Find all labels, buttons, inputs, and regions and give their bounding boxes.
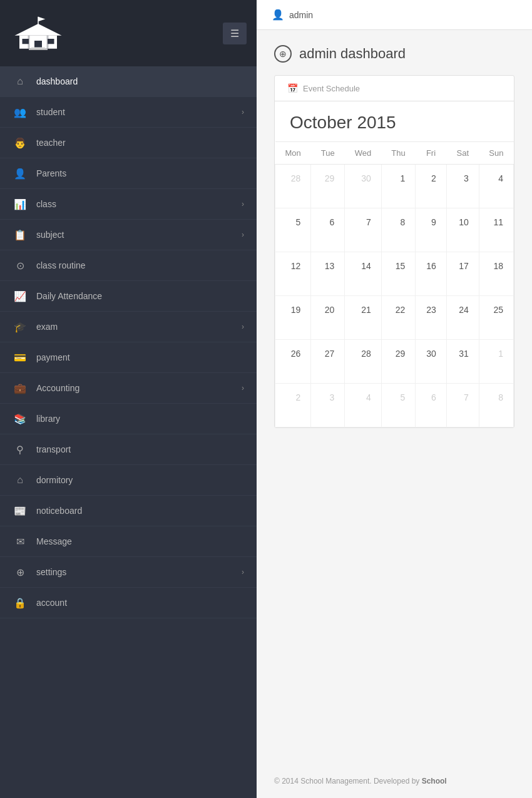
sidebar-item-subject[interactable]: 📋subject› — [0, 220, 257, 250]
calendar-day-cell[interactable]: 4 — [345, 384, 382, 427]
calendar-day-cell[interactable]: 21 — [345, 296, 382, 340]
weekday-wed: Wed — [345, 142, 382, 165]
calendar-day-cell[interactable]: 2 — [275, 384, 311, 427]
calendar-day-cell[interactable]: 3 — [446, 165, 479, 208]
sidebar-item-label-noticeboard: noticeboard — [36, 506, 244, 516]
sidebar-item-dormitory[interactable]: ⌂dormitory — [0, 465, 257, 496]
calendar-day-cell[interactable]: 18 — [479, 252, 513, 296]
calendar-day-cell[interactable]: 16 — [416, 252, 447, 296]
calendar-day-cell[interactable]: 28 — [275, 165, 311, 208]
calendar-day-cell[interactable]: 13 — [311, 252, 345, 296]
calendar-day-cell[interactable]: 1 — [381, 165, 415, 208]
calendar-day-cell[interactable]: 25 — [479, 296, 513, 340]
sidebar-item-library[interactable]: 📚library — [0, 404, 257, 434]
calendar-day-cell[interactable]: 6 — [416, 384, 447, 427]
menu-toggle-button[interactable]: ☰ — [223, 23, 247, 44]
svg-rect-8 — [47, 36, 49, 49]
footer-brand: School — [422, 777, 447, 785]
nav-arrow-icon: › — [242, 230, 244, 239]
dashboard-icon: ⌂ — [13, 75, 28, 88]
settings-icon: ⊕ — [13, 566, 28, 578]
library-icon: 📚 — [13, 412, 28, 425]
svg-rect-6 — [48, 39, 54, 44]
svg-marker-2 — [15, 24, 62, 36]
sidebar-item-daily-attendance[interactable]: 📈Daily Attendance — [0, 281, 257, 312]
sidebar-item-accounting[interactable]: 💼Accounting› — [0, 373, 257, 404]
calendar-icon: 📅 — [287, 83, 298, 93]
nav-arrow-icon: › — [242, 322, 244, 331]
calendar-day-cell[interactable]: 3 — [311, 384, 345, 427]
calendar-day-cell[interactable]: 19 — [275, 296, 311, 340]
sidebar-item-transport[interactable]: ⚲transport — [0, 434, 257, 465]
sidebar-item-noticeboard[interactable]: 📰noticeboard — [0, 496, 257, 526]
calendar-day-cell[interactable]: 4 — [479, 165, 513, 208]
calendar-day-cell[interactable]: 7 — [345, 208, 382, 252]
calendar-day-cell[interactable]: 5 — [381, 384, 415, 427]
calendar-day-cell[interactable]: 6 — [311, 208, 345, 252]
sidebar-item-student[interactable]: 👥student› — [0, 97, 257, 128]
calendar-day-cell[interactable]: 9 — [416, 208, 447, 252]
calendar-day-cell[interactable]: 30 — [345, 165, 382, 208]
nav-arrow-icon: › — [242, 384, 244, 392]
footer-text: © 2014 School Management. Developed by — [274, 777, 422, 785]
username-label: admin — [289, 10, 313, 20]
class-routine-icon: ⊙ — [13, 259, 28, 272]
dormitory-icon: ⌂ — [13, 474, 28, 486]
sidebar-item-account[interactable]: 🔒account — [0, 588, 257, 618]
calendar-day-cell[interactable]: 29 — [311, 165, 345, 208]
sidebar-item-label-transport: transport — [36, 444, 244, 454]
calendar-tab[interactable]: 📅 Event Schedule — [275, 76, 514, 101]
calendar-day-cell[interactable]: 5 — [275, 208, 311, 252]
calendar-week-2: 12131415161718 — [275, 252, 514, 296]
sidebar-item-teacher[interactable]: 👨teacher — [0, 128, 257, 158]
calendar-day-cell[interactable]: 11 — [479, 208, 513, 252]
calendar-day-cell[interactable]: 12 — [275, 252, 311, 296]
calendar-day-cell[interactable]: 15 — [381, 252, 415, 296]
calendar-tab-label: Event Schedule — [303, 84, 360, 93]
sidebar-item-payment[interactable]: 💳payment — [0, 342, 257, 373]
sidebar-item-label-class: class — [36, 199, 242, 209]
noticeboard-icon: 📰 — [13, 504, 28, 517]
sidebar-item-settings[interactable]: ⊕settings› — [0, 557, 257, 588]
sidebar-item-label-message: Message — [36, 536, 244, 546]
sidebar-item-exam[interactable]: 🎓exam› — [0, 312, 257, 342]
calendar-day-cell[interactable]: 26 — [275, 340, 311, 384]
transport-icon: ⚲ — [13, 443, 28, 456]
calendar-day-cell[interactable]: 8 — [381, 208, 415, 252]
calendar-day-cell[interactable]: 1 — [479, 340, 513, 384]
sidebar-item-parents[interactable]: 👤Parents — [0, 158, 257, 189]
sidebar-item-label-daily-attendance: Daily Attendance — [36, 291, 244, 301]
calendar-day-cell[interactable]: 14 — [345, 252, 382, 296]
teacher-icon: 👨 — [13, 136, 28, 149]
calendar-day-cell[interactable]: 27 — [311, 340, 345, 384]
sidebar-item-label-student: student — [36, 107, 242, 117]
calendar-day-cell[interactable]: 10 — [446, 208, 479, 252]
user-icon: 👤 — [272, 9, 284, 21]
daily-attendance-icon: 📈 — [13, 290, 28, 302]
nav-arrow-icon: › — [242, 568, 244, 576]
calendar-day-cell[interactable]: 29 — [381, 340, 415, 384]
sidebar: ☰ ⌂dashboard👥student›👨teacher👤Parents📊cl… — [0, 0, 257, 798]
sidebar-item-class-routine[interactable]: ⊙class routine — [0, 250, 257, 281]
calendar-day-cell[interactable]: 28 — [345, 340, 382, 384]
subject-icon: 📋 — [13, 228, 28, 241]
calendar-day-cell[interactable]: 31 — [446, 340, 479, 384]
calendar-day-cell[interactable]: 2 — [416, 165, 447, 208]
calendar-day-cell[interactable]: 17 — [446, 252, 479, 296]
class-icon: 📊 — [13, 198, 28, 210]
calendar-day-cell[interactable]: 30 — [416, 340, 447, 384]
sidebar-item-class[interactable]: 📊class› — [0, 189, 257, 220]
calendar-day-cell[interactable]: 24 — [446, 296, 479, 340]
calendar-day-cell[interactable]: 8 — [479, 384, 513, 427]
sidebar-item-message[interactable]: ✉Message — [0, 526, 257, 557]
svg-rect-10 — [29, 49, 48, 50]
calendar-day-cell[interactable]: 7 — [446, 384, 479, 427]
calendar-day-cell[interactable]: 23 — [416, 296, 447, 340]
sidebar-item-dashboard[interactable]: ⌂dashboard — [0, 66, 257, 97]
svg-rect-5 — [23, 39, 29, 44]
sidebar-item-label-dashboard: dashboard — [36, 76, 244, 86]
top-bar: 👤 admin — [257, 0, 532, 30]
student-icon: 👥 — [13, 106, 28, 118]
calendar-day-cell[interactable]: 20 — [311, 296, 345, 340]
calendar-day-cell[interactable]: 22 — [381, 296, 415, 340]
